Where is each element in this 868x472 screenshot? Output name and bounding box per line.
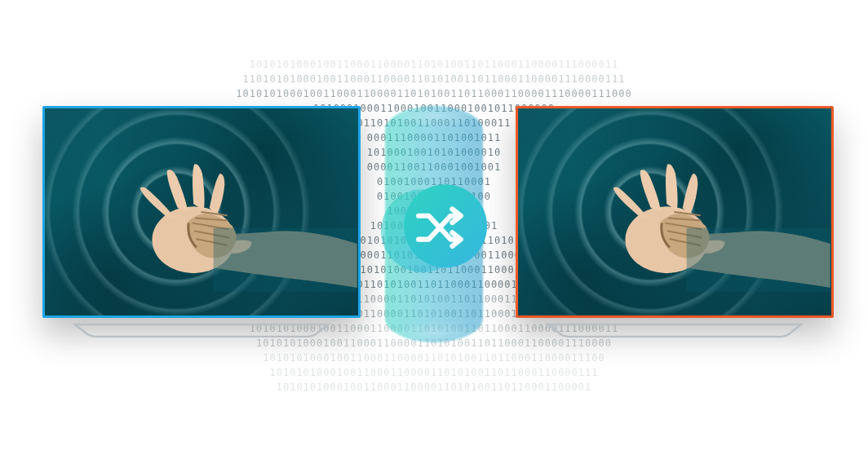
shuffle-convert-badge	[381, 184, 487, 274]
target-screen	[516, 106, 834, 318]
screen-stand-left	[67, 323, 336, 337]
svg-rect-1	[214, 228, 357, 292]
screen-stand-right	[540, 323, 809, 337]
source-screen	[42, 106, 361, 318]
hand-shell-illustration-right	[518, 108, 831, 315]
svg-rect-3	[687, 228, 830, 292]
hand-shell-illustration-left	[45, 108, 358, 315]
shuffle-icon	[414, 201, 467, 254]
